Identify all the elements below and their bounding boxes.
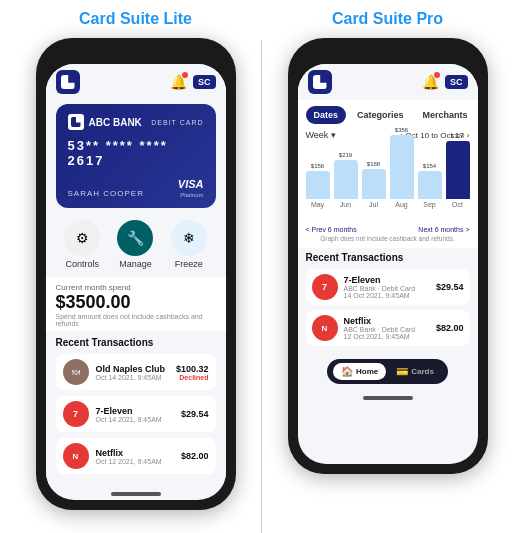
lite-spend-note: Spend amount does not include cashbacks … <box>56 313 216 327</box>
chart-bar-group: $156May <box>306 163 330 208</box>
bar-rect <box>306 171 330 199</box>
lite-screen: 🔔 SC ABC BANK <box>46 64 226 500</box>
chart-bar-group: $154Sep <box>418 163 442 208</box>
netflix-icon: N <box>63 443 89 469</box>
chart-bar-group: $219Jun <box>334 152 358 208</box>
pro-netflix-details: Netflix ABC Bank · Debit Card12 Oct 2021… <box>344 316 430 340</box>
lite-card-number: 53** **** **** 2617 <box>68 138 204 168</box>
bar-rect <box>390 135 414 199</box>
tab-categories[interactable]: Categories <box>349 106 412 124</box>
pro-eleven-sub: ABC Bank · Debit Card14 Oct 2021, 9:45AM <box>344 285 430 299</box>
bar-rect <box>446 141 470 199</box>
bar-value-label: $168 <box>367 161 380 167</box>
netflix-date: Oct 12 2021, 9:45AM <box>96 458 174 465</box>
pro-screen: 🔔 SC Dates Categories Merchants <box>298 64 478 464</box>
pro-bell-wrapper: 🔔 <box>422 73 439 91</box>
prev-months[interactable]: < Prev 6 months <box>306 226 357 233</box>
bar-rect <box>334 160 358 199</box>
lite-bank-icon-inner <box>71 117 81 127</box>
lite-app-logo <box>56 70 80 94</box>
cards-icon: 💳 <box>396 366 408 377</box>
pro-eleven-name: 7-Eleven <box>344 275 430 285</box>
lite-card-header: ABC BANK DEBIT CARD <box>68 114 204 130</box>
chart-bar-group: $324Oct <box>446 133 470 208</box>
netflix-amount: $82.00 <box>181 451 209 461</box>
table-row: N Netflix Oct 12 2021, 9:45AM $82.00 <box>56 438 216 474</box>
bar-value-label: $324 <box>451 133 464 139</box>
lite-controls-row: ⚙ Controls 🔧 Manage ❄ Freeze <box>46 216 226 277</box>
nav-home[interactable]: 🏠 Home <box>333 363 386 380</box>
lite-title: Card Suite Lite <box>79 10 192 28</box>
naples-status: Declined <box>176 374 209 381</box>
chart-note: Graph does not include cashback and refu… <box>306 235 470 242</box>
chart-bars: $156May$219Jun$168Jul$356Aug$154Sep$324O… <box>306 144 470 224</box>
lite-control-manage[interactable]: 🔧 Manage <box>117 220 153 269</box>
bar-x-label: Oct <box>452 201 463 208</box>
eleven-icon: 7 <box>63 401 89 427</box>
lite-card-holder: SARAH COOPER <box>68 189 144 198</box>
lite-freeze-label: Freeze <box>175 259 203 269</box>
eleven-amount: $29.54 <box>181 409 209 419</box>
lite-controls-label: Controls <box>65 259 99 269</box>
lite-notch <box>106 48 166 64</box>
home-label: Home <box>356 367 378 376</box>
pro-netflix-sub: ABC Bank · Debit Card12 Oct 2021, 9:45AM <box>344 326 430 340</box>
lite-home-bar <box>111 492 161 496</box>
bar-value-label: $154 <box>423 163 436 169</box>
chart-bar-group: $168Jul <box>362 161 386 208</box>
table-row: 🍽 Old Naples Club Oct 14 2021, 9:45AM $1… <box>56 354 216 390</box>
cards-label: Cards <box>411 367 434 376</box>
netflix-details: Netflix Oct 12 2021, 9:45AM <box>96 448 174 465</box>
lite-bell-wrapper: 🔔 <box>170 73 187 91</box>
comparison-container: Card Suite Lite 🔔 SC <box>10 10 513 533</box>
pro-avatar: SC <box>445 75 468 89</box>
naples-icon: 🍽 <box>63 359 89 385</box>
lite-transactions-title: Recent Transactions <box>56 337 216 348</box>
eleven-date: Oct 14 2021, 9:45AM <box>96 416 174 423</box>
pro-transactions-title: Recent Transactions <box>306 252 470 263</box>
lite-avatar: SC <box>193 75 216 89</box>
pro-phone: 🔔 SC Dates Categories Merchants <box>288 38 488 474</box>
eleven-right: $29.54 <box>181 409 209 419</box>
chevron-down-icon: ▾ <box>331 130 336 140</box>
pro-eleven-icon: 7 <box>312 274 338 300</box>
lite-control-controls[interactable]: ⚙ Controls <box>64 220 100 269</box>
lite-card-footer: SARAH COOPER VISA Platinum <box>68 174 204 198</box>
bar-x-label: Aug <box>395 201 407 208</box>
netflix-name: Netflix <box>96 448 174 458</box>
lite-spend-label: Current month spend <box>56 283 216 292</box>
table-row: 7 7-Eleven Oct 14 2021, 9:45AM $29.54 <box>56 396 216 432</box>
naples-name: Old Naples Club <box>96 364 169 374</box>
lite-bank-icon <box>68 114 84 130</box>
chart-nav: < Prev 6 months Next 6 months > <box>306 226 470 233</box>
nav-cards[interactable]: 💳 Cards <box>388 363 442 380</box>
pro-bell-dot <box>434 72 440 78</box>
lite-spend-section: Current month spend $3500.00 Spend amoun… <box>46 277 226 331</box>
bar-value-label: $219 <box>339 152 352 158</box>
lite-control-freeze[interactable]: ❄ Freeze <box>171 220 207 269</box>
bar-x-label: May <box>311 201 324 208</box>
week-label: Week <box>306 130 329 140</box>
lite-spend-amount: $3500.00 <box>56 292 216 313</box>
lite-gear-icon: ⚙ <box>64 220 100 256</box>
tab-merchants[interactable]: Merchants <box>415 106 476 124</box>
next-months[interactable]: Next 6 months > <box>418 226 469 233</box>
lite-visa: VISA Platinum <box>178 174 204 198</box>
pro-app-header: 🔔 SC <box>298 64 478 100</box>
table-row: 7 7-Eleven ABC Bank · Debit Card14 Oct 2… <box>306 269 470 305</box>
lite-card-type: DEBIT CARD <box>151 119 203 126</box>
lite-bell-dot <box>182 72 188 78</box>
pro-header-right: 🔔 SC <box>422 73 468 91</box>
tab-dates[interactable]: Dates <box>306 106 347 124</box>
lite-phone: 🔔 SC ABC BANK <box>36 38 236 510</box>
bar-rect <box>362 169 386 199</box>
pro-chart-section: Week ▾ ‹ Oct 10 to Oct 17 › $156May$219J… <box>298 124 478 248</box>
lite-manage-label: Manage <box>119 259 152 269</box>
pro-column: Card Suite Pro 🔔 SC <box>262 10 513 474</box>
week-selector[interactable]: Week ▾ <box>306 130 337 140</box>
pro-logo-shape <box>313 75 327 89</box>
naples-amount: $100.32 <box>176 364 209 374</box>
chart-bar-group: $356Aug <box>390 127 414 208</box>
lite-header-right: 🔔 SC <box>170 73 216 91</box>
pro-tabs: Dates Categories Merchants <box>298 100 478 124</box>
